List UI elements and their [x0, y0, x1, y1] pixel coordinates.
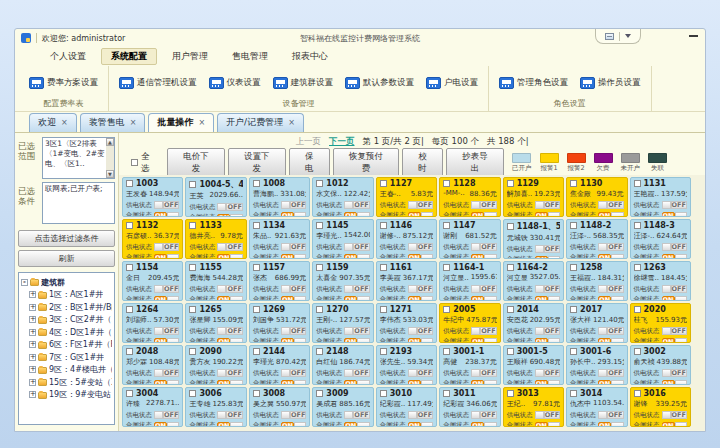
meter-card[interactable]: 1164-1河立显..1595.67..供电状态OFF合闸状态ON [439, 261, 500, 301]
toggle-off-segment[interactable]: OFF [480, 243, 496, 251]
toggle-on-segment[interactable]: ON [598, 254, 611, 260]
supply-toggle[interactable]: OFF [217, 243, 242, 251]
card-checkbox[interactable] [380, 264, 387, 271]
toggle-off-segment[interactable]: OFF [353, 201, 369, 209]
close-toggle[interactable]: ON [598, 338, 623, 344]
supply-toggle[interactable]: OFF [154, 369, 179, 377]
ribbon-button[interactable]: 默认参数设置 [339, 74, 420, 92]
meter-card[interactable]: 1164-2河立显3527.05..供电状态OFF合闸状态ON [503, 261, 564, 301]
toggle-off-segment[interactable] [421, 380, 433, 386]
supply-toggle[interactable]: OFF [662, 369, 687, 377]
supply-toggle[interactable]: OFF [662, 285, 687, 293]
toggle-off-segment[interactable] [675, 212, 687, 218]
toggle-off-segment[interactable] [675, 296, 687, 302]
menu-item-2[interactable]: 用户管理 [163, 49, 217, 64]
toggle-off-segment[interactable] [611, 254, 623, 260]
meter-card[interactable]: 2193张先生..59.34元供电状态OFF合闸状态ON [376, 345, 437, 385]
toggle-on-segment[interactable] [154, 243, 163, 251]
close-toggle[interactable]: ON [344, 422, 369, 428]
tree-item[interactable]: +7区：G区1#井 [21, 351, 112, 364]
supply-toggle[interactable]: OFF [535, 285, 560, 293]
toggle-on-segment[interactable]: ON [471, 380, 484, 386]
card-checkbox[interactable] [570, 348, 577, 355]
chevron-down-icon[interactable] [625, 34, 631, 38]
close-toggle[interactable]: ON [471, 212, 496, 218]
toggle-off-segment[interactable] [230, 296, 242, 302]
supply-toggle[interactable]: OFF [535, 201, 560, 209]
supply-toggle[interactable]: OFF [408, 243, 433, 251]
toggle-on-segment[interactable]: ON [154, 422, 167, 428]
supply-toggle[interactable]: OFF [281, 243, 306, 251]
close-toggle[interactable]: ON [471, 338, 496, 344]
toggle-off-segment[interactable]: OFF [480, 327, 496, 335]
toggle-on-segment[interactable]: ON [471, 296, 484, 302]
toggle-off-segment[interactable] [167, 296, 179, 302]
ribbon-button[interactable]: 仪表设置 [203, 74, 267, 92]
tab-close-icon[interactable]: × [288, 118, 295, 127]
toggle-off-segment[interactable]: OFF [671, 243, 687, 251]
toggle-on-segment[interactable]: ON [154, 380, 167, 386]
tab-1[interactable]: 装管售电× [80, 113, 146, 132]
card-checkbox[interactable] [316, 180, 323, 187]
toggle-on-segment[interactable]: ON [217, 338, 230, 344]
toggle-on-segment[interactable]: ON [662, 212, 675, 218]
toggle-on-segment[interactable] [662, 369, 671, 377]
toggle-off-segment[interactable] [484, 338, 496, 344]
card-checkbox[interactable] [189, 264, 196, 271]
card-checkbox[interactable] [380, 306, 387, 313]
close-toggle[interactable]: ON [535, 338, 560, 344]
toggle-on-segment[interactable]: ON [471, 212, 484, 218]
toggle-off-segment[interactable]: OFF [226, 285, 242, 293]
toggle-off-segment[interactable] [421, 338, 433, 344]
close-toggle[interactable]: ON [662, 380, 687, 386]
card-checkbox[interactable] [126, 264, 133, 271]
supply-toggle[interactable]: OFF [535, 327, 560, 335]
toggle-on-segment[interactable]: ON [408, 296, 421, 302]
meter-card[interactable]: 1012水文保..122.42元供电状态OFF合闸状态ON [312, 177, 373, 217]
card-checkbox[interactable] [316, 222, 323, 229]
toggle-on-segment[interactable] [535, 327, 544, 335]
meter-card[interactable]: 3001-6孙长中..293.15元供电状态OFF合闸状态ON [566, 345, 627, 385]
toggle-off-segment[interactable] [611, 338, 623, 344]
toggle-off-segment[interactable]: OFF [226, 327, 242, 335]
supply-toggle[interactable]: OFF [344, 369, 369, 377]
toggle-on-segment[interactable] [408, 285, 417, 293]
tree-item[interactable]: +2区：B区1#井/B区1.. [21, 301, 112, 314]
toggle-on-segment[interactable]: ON [344, 296, 357, 302]
supply-toggle[interactable]: OFF [535, 245, 560, 253]
supply-toggle[interactable]: OFF [217, 285, 242, 293]
card-checkbox[interactable] [443, 390, 450, 397]
meter-card[interactable]: 3010纪彩霞..117.49元供电状态OFF合闸状态ON [376, 387, 437, 427]
toggle-off-segment[interactable] [675, 422, 687, 428]
toggle-off-segment[interactable]: OFF [671, 411, 687, 419]
meter-card[interactable]: 3009吴成君885.16元供电状态OFF合闸状态ON [312, 387, 373, 427]
close-toggle[interactable]: ON [344, 212, 369, 218]
meter-card[interactable]: 1129解加喜..19.23元供电状态OFF合闸状态ON [503, 177, 564, 217]
supply-toggle[interactable]: OFF [154, 327, 179, 335]
tree-item[interactable]: +9区：4#楼电井（4#.. [21, 364, 112, 377]
supply-toggle[interactable]: OFF [662, 411, 687, 419]
card-checkbox[interactable] [570, 264, 577, 271]
meter-card[interactable]: 3011纪彩霞346.06元供电状态OFF合闸状态ON [439, 387, 500, 427]
meter-card[interactable]: 1134朱品..921.63元供电状态OFF合闸状态ON [249, 219, 310, 259]
close-toggle[interactable]: ON [598, 380, 623, 386]
toggle-on-segment[interactable]: ON [598, 380, 611, 386]
toggle-on-segment[interactable]: ON [535, 296, 548, 302]
close-toggle[interactable]: ON [598, 296, 623, 302]
supply-toggle[interactable]: OFF [154, 201, 179, 209]
card-checkbox[interactable] [380, 222, 387, 229]
toggle-off-segment[interactable] [675, 254, 687, 260]
toggle-on-segment[interactable]: ON [154, 338, 167, 344]
close-toggle[interactable]: ON [408, 380, 433, 386]
toggle-on-segment[interactable] [344, 285, 353, 293]
toggle-on-segment[interactable] [662, 201, 671, 209]
toggle-on-segment[interactable] [535, 411, 544, 419]
scroll-down-icon[interactable]: ▼ [106, 170, 114, 178]
close-toggle[interactable]: ON [535, 256, 560, 260]
toggle-off-segment[interactable]: OFF [671, 369, 687, 377]
toggle-on-segment[interactable]: ON [217, 296, 230, 302]
expand-icon[interactable]: + [29, 354, 36, 361]
ribbon-button[interactable]: 操作员设置 [574, 74, 647, 92]
card-checkbox[interactable] [443, 306, 450, 313]
close-toggle[interactable]: ON [598, 422, 623, 428]
